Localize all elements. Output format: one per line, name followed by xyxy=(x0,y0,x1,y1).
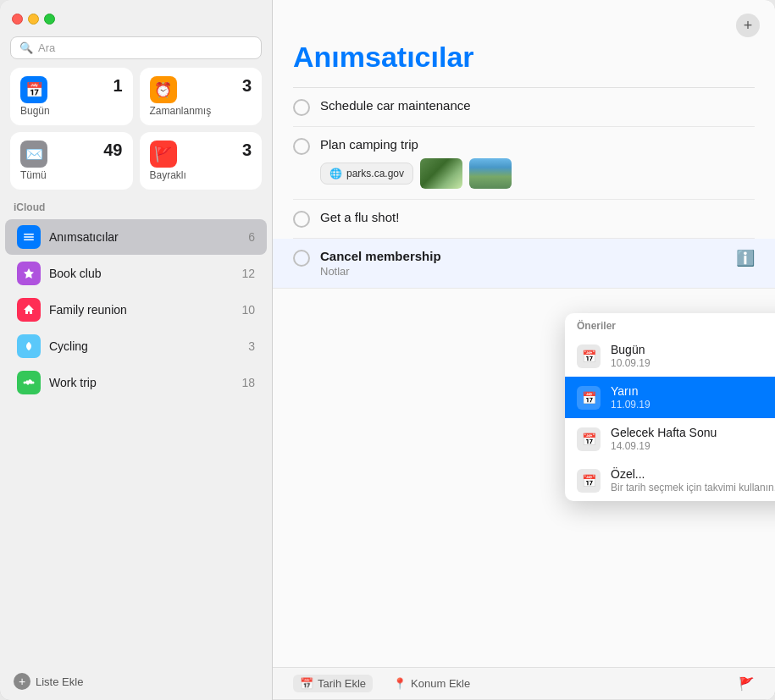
flag-button[interactable]: 🚩 xyxy=(739,676,755,692)
list-items-container: Anımsatıcılar 6 Book club 12 Fam xyxy=(0,218,272,663)
titlebar xyxy=(0,0,272,33)
task-title-2: Plan camping trip xyxy=(320,137,755,152)
suggestion-calendar-icon-bugun: 📅 xyxy=(577,344,601,368)
attachment-image-2[interactable] xyxy=(469,158,512,189)
smart-list-scheduled[interactable]: ⏰ 3 Zamanlanmış xyxy=(140,68,263,125)
task-checkbox-4[interactable] xyxy=(293,250,310,267)
suggestion-ozel[interactable]: 📅 Özel... Bir tarih seçmek için takvimi … xyxy=(565,460,775,501)
add-location-label: Konum Ekle xyxy=(411,677,470,690)
suggestion-calendar-icon-ozel: 📅 xyxy=(577,469,601,493)
add-list-circle-icon: + xyxy=(14,673,30,690)
animsatilar-icon xyxy=(17,225,41,249)
suggestion-date-yarin: 11.09.19 xyxy=(611,399,775,411)
familyreunion-icon xyxy=(17,298,41,322)
suggestion-date-ozel: Bir tarih seçmek için takvimi kullanın. xyxy=(611,482,775,493)
bookclub-count: 12 xyxy=(241,267,255,280)
smart-list-flagged[interactable]: 🚩 3 Bayraklı xyxy=(140,132,263,190)
svg-rect-1 xyxy=(24,236,34,238)
familyreunion-count: 10 xyxy=(241,303,255,317)
today-icon: 📅 xyxy=(20,76,47,103)
scheduled-icon: ⏰ xyxy=(150,76,177,103)
bookclub-icon xyxy=(17,262,41,285)
task-title-4: Cancel membership xyxy=(320,249,726,263)
search-bar[interactable]: 🔍 Ara xyxy=(10,36,262,59)
task-item-schedule-car: Schedule car maintenance xyxy=(293,88,755,127)
suggestions-dropdown: Öneriler 📅 Bugün 10.09.19 📅 Yarın 11.09.… xyxy=(565,313,775,501)
bookclub-name: Book club xyxy=(49,267,233,280)
search-placeholder: Ara xyxy=(38,41,55,54)
today-label: Bugün xyxy=(20,105,123,117)
add-location-button[interactable]: 📍 Konum Ekle xyxy=(386,675,477,692)
traffic-lights xyxy=(12,14,55,25)
smart-list-today[interactable]: 📅 1 Bugün xyxy=(10,68,133,125)
animsatilar-name: Anımsatıcılar xyxy=(49,230,240,244)
flagged-label: Bayraklı xyxy=(150,169,252,181)
sidebar-item-bookclub[interactable]: Book club 12 xyxy=(5,256,267,291)
task-subtitle-4: Notlar xyxy=(320,265,726,278)
svg-rect-2 xyxy=(24,240,34,241)
task-title-3: Get a flu shot! xyxy=(320,210,755,224)
smart-lists-grid: 📅 1 Bugün ⏰ 3 Zamanlanmış ✉️ 49 Tümü xyxy=(10,68,262,190)
flagged-icon: 🚩 xyxy=(150,141,177,168)
suggestion-bugun[interactable]: 📅 Bugün 10.09.19 xyxy=(565,335,775,377)
maximize-button[interactable] xyxy=(44,14,55,25)
suggestion-text-yarin: Yarın 11.09.19 xyxy=(611,384,775,411)
attachment-link-text: parks.ca.gov xyxy=(346,168,404,179)
add-date-button[interactable]: 📅 Tarih Ekle xyxy=(293,675,373,692)
attachment-link-parks[interactable]: 🌐 parks.ca.gov xyxy=(320,163,413,185)
task-item-cancel-membership: Cancel membership Notlar ℹ️ xyxy=(273,239,775,289)
task-content-3: Get a flu shot! xyxy=(320,210,755,224)
task-checkbox-2[interactable] xyxy=(293,138,310,155)
sidebar: 🔍 Ara 📅 1 Bugün ⏰ 3 Zamanlanmış xyxy=(0,0,273,700)
worktrip-icon xyxy=(17,371,41,394)
task-title-1: Schedule car maintenance xyxy=(320,98,755,113)
all-label: Tümü xyxy=(20,169,123,181)
close-button[interactable] xyxy=(12,14,23,25)
sidebar-item-animsatilar[interactable]: Anımsatıcılar 6 xyxy=(5,219,267,255)
task-content-1: Schedule car maintenance xyxy=(320,98,755,113)
calendar-icon: 📅 xyxy=(300,677,313,690)
smart-list-all[interactable]: ✉️ 49 Tümü xyxy=(10,132,133,190)
suggestion-text-gelecek: Gelecek Hafta Sonu 14.09.19 xyxy=(611,426,775,452)
date-picker-bar: 📅 Tarih Ekle 📍 Konum Ekle 🚩 xyxy=(273,667,775,700)
add-list-label: Liste Ekle xyxy=(36,675,83,688)
cycling-name: Cycling xyxy=(49,339,240,353)
suggestion-calendar-icon-gelecek: 📅 xyxy=(577,427,601,451)
worktrip-name: Work trip xyxy=(49,376,233,389)
task-content-2: Plan camping trip 🌐 parks.ca.gov xyxy=(320,137,755,189)
cycling-count: 3 xyxy=(248,339,255,353)
svg-rect-0 xyxy=(24,234,34,235)
suggestion-title-bugun: Bugün xyxy=(611,343,775,356)
today-count: 1 xyxy=(113,76,122,96)
task-item-flu-shot: Get a flu shot! xyxy=(293,200,755,239)
suggestion-title-ozel: Özel... xyxy=(611,467,775,481)
suggestion-gelecek[interactable]: 📅 Gelecek Hafta Sonu 14.09.19 xyxy=(565,418,775,460)
all-icon: ✉️ xyxy=(20,141,47,168)
familyreunion-name: Family reunion xyxy=(49,303,233,317)
scheduled-count: 3 xyxy=(242,76,252,96)
svg-point-4 xyxy=(24,382,26,384)
suggestion-date-gelecek: 14.09.19 xyxy=(611,440,775,452)
sidebar-item-worktrip[interactable]: Work trip 18 xyxy=(5,365,267,400)
add-reminder-button[interactable]: + xyxy=(736,14,760,37)
main-content: + Anımsatıcılar Schedule car maintenance… xyxy=(273,0,775,700)
attachment-image-1[interactable] xyxy=(420,158,462,189)
task-checkbox-3[interactable] xyxy=(293,211,310,228)
sidebar-item-familyreunion[interactable]: Family reunion 10 xyxy=(5,292,267,328)
suggestion-yarin[interactable]: 📅 Yarın 11.09.19 xyxy=(565,377,775,418)
task-info-button[interactable]: ℹ️ xyxy=(736,249,755,267)
main-header: + xyxy=(273,0,775,41)
minimize-button[interactable] xyxy=(28,14,39,25)
suggestion-date-bugun: 10.09.19 xyxy=(611,357,775,369)
svg-point-5 xyxy=(32,382,35,384)
task-item-camping: Plan camping trip 🌐 parks.ca.gov xyxy=(293,127,755,200)
page-title: Anımsatıcılar xyxy=(273,41,775,87)
task-checkbox-1[interactable] xyxy=(293,99,310,116)
suggestion-calendar-icon-yarin: 📅 xyxy=(577,386,601,410)
worktrip-count: 18 xyxy=(241,376,255,389)
svg-marker-3 xyxy=(24,268,34,278)
add-list-button[interactable]: + Liste Ekle xyxy=(0,663,272,700)
app-window: 🔍 Ara 📅 1 Bugün ⏰ 3 Zamanlanmış xyxy=(0,0,775,700)
sidebar-item-cycling[interactable]: Cycling 3 xyxy=(5,328,267,364)
location-icon: 📍 xyxy=(393,677,407,690)
